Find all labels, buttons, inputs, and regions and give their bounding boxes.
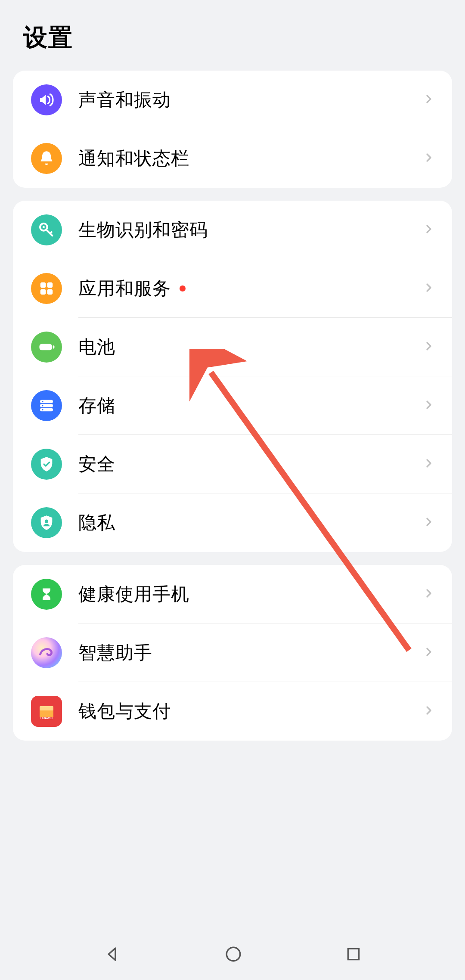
page-header: 设置 — [0, 0, 465, 71]
grid-icon — [31, 273, 62, 304]
settings-item-privacy[interactable]: 隐私 — [13, 493, 452, 552]
shield-user-icon — [31, 507, 62, 538]
svg-rect-4 — [40, 289, 46, 295]
settings-item-assistant[interactable]: 智慧助手 — [13, 623, 452, 682]
chevron-right-icon — [422, 398, 436, 413]
settings-group-1: 声音和振动 通知和状态栏 — [13, 71, 452, 188]
settings-group-2: 生物识别和密码 应用和服务 电池 存储 — [13, 201, 452, 552]
chevron-right-icon — [422, 339, 436, 355]
settings-item-label: 存储 — [78, 394, 422, 418]
svg-rect-3 — [47, 282, 53, 288]
shield-check-icon — [31, 449, 62, 480]
chevron-right-icon — [422, 456, 436, 472]
settings-item-security[interactable]: 安全 — [13, 435, 452, 493]
svg-text:HUAWEI: HUAWEI — [40, 716, 53, 719]
svg-rect-20 — [348, 949, 359, 959]
svg-rect-2 — [40, 282, 46, 288]
svg-point-1 — [43, 226, 45, 228]
settings-item-label: 智慧助手 — [78, 641, 422, 665]
svg-point-11 — [42, 401, 43, 402]
nav-home-button[interactable] — [224, 945, 242, 963]
svg-point-13 — [42, 409, 43, 410]
volume-icon — [31, 84, 62, 115]
settings-item-sound[interactable]: 声音和振动 — [13, 71, 452, 129]
nav-recent-button[interactable] — [345, 946, 362, 962]
settings-item-label: 应用和服务 — [78, 276, 171, 301]
bell-icon — [31, 143, 62, 174]
storage-icon — [31, 390, 62, 421]
svg-point-12 — [42, 405, 43, 406]
chevron-right-icon — [422, 704, 436, 719]
settings-item-label: 声音和振动 — [78, 88, 422, 112]
svg-point-19 — [226, 947, 240, 961]
settings-item-biometric[interactable]: 生物识别和密码 — [13, 201, 452, 259]
settings-item-label: 生物识别和密码 — [78, 218, 422, 242]
system-nav-bar — [0, 928, 465, 980]
settings-item-label: 通知和状态栏 — [78, 146, 422, 171]
svg-rect-6 — [40, 344, 52, 350]
chevron-right-icon — [422, 515, 436, 530]
page-title: 设置 — [23, 22, 442, 54]
settings-item-label: 安全 — [78, 452, 422, 476]
chevron-right-icon — [422, 586, 436, 602]
settings-item-label: 钱包与支付 — [78, 699, 422, 723]
hourglass-icon — [31, 579, 62, 610]
battery-icon — [31, 332, 62, 363]
svg-rect-7 — [53, 345, 55, 348]
settings-item-label: 隐私 — [78, 511, 422, 535]
settings-item-label: 电池 — [78, 335, 422, 359]
chevron-right-icon — [422, 222, 436, 238]
settings-item-battery[interactable]: 电池 — [13, 318, 452, 376]
svg-rect-5 — [47, 289, 53, 295]
chevron-right-icon — [422, 151, 436, 166]
settings-item-label: 健康使用手机 — [78, 582, 422, 606]
settings-item-wallet[interactable]: HUAWEI 钱包与支付 — [13, 682, 452, 741]
settings-item-storage[interactable]: 存储 — [13, 376, 452, 435]
svg-point-14 — [45, 520, 48, 523]
settings-group-3: 健康使用手机 智慧助手 HUAWEI 钱包与支付 — [13, 565, 452, 741]
chevron-right-icon — [422, 92, 436, 108]
settings-item-apps[interactable]: 应用和服务 — [13, 259, 452, 318]
wallet-icon: HUAWEI — [31, 696, 62, 727]
nav-back-button[interactable] — [103, 945, 121, 963]
key-icon — [31, 214, 62, 245]
settings-item-health[interactable]: 健康使用手机 — [13, 565, 452, 623]
notification-dot-icon — [180, 285, 186, 292]
swirl-icon — [31, 637, 62, 668]
settings-item-notifications[interactable]: 通知和状态栏 — [13, 129, 452, 188]
chevron-right-icon — [422, 281, 436, 296]
svg-rect-16 — [40, 706, 53, 710]
chevron-right-icon — [422, 645, 436, 661]
